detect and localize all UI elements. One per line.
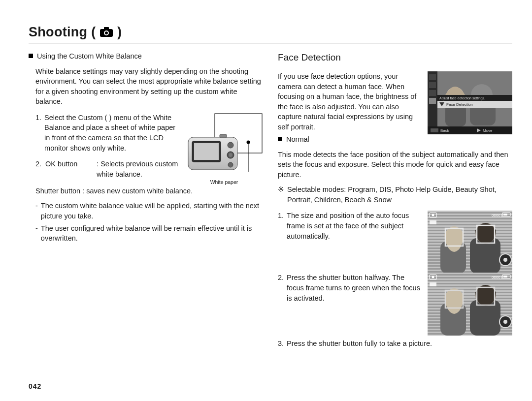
face-detection-heading: Face Detection	[278, 51, 512, 64]
lcd-menu-illustration: Adjust face detection settings. Face Det…	[428, 71, 512, 134]
two-column-layout: Using the Custom White Balance White bal…	[29, 51, 512, 354]
menu-hint-item: Face Detection	[446, 102, 473, 107]
ok-button-desc: : Selects previous custom white balance.	[97, 159, 179, 179]
right-step-3-body: Press the shutter button fully to take a…	[287, 339, 432, 349]
svg-point-66	[503, 320, 507, 324]
dash-icon: -	[35, 201, 38, 221]
custom-wb-step1-row: 1. Select the Custom ( ) menu of the Whi…	[29, 113, 263, 186]
menu-back-label: Back	[440, 128, 450, 133]
menu-move-label: Move	[483, 128, 493, 133]
face-detection-intro: If you use face detection options, your …	[278, 71, 421, 132]
svg-rect-24	[429, 82, 436, 88]
right-step-2-num: 2.	[278, 273, 284, 303]
step2-row: 2. Press the shutter button halfway. The…	[278, 273, 512, 336]
right-step-1-body: The size and position of the auto focus …	[287, 211, 421, 241]
normal-label: Normal	[286, 135, 309, 143]
right-step-1-num: 1.	[278, 211, 284, 241]
ok-button-term: OK button	[45, 159, 93, 179]
svg-point-3	[105, 31, 108, 34]
ok-button-def: 2. OK button : Selects previous custom w…	[29, 159, 179, 179]
custom-wb-heading-text: Using the Custom White Balance	[37, 52, 142, 60]
normal-body: This mode detects the face position of t…	[278, 150, 512, 180]
page-title-text-b: )	[117, 25, 122, 39]
menu-hint-top: Adjust face detection settings.	[439, 96, 485, 100]
step-1: 1. Select the Custom ( ) menu of the Whi…	[29, 113, 179, 153]
note-2-text: The user configured white balance will b…	[41, 223, 263, 244]
page-number: 042	[29, 382, 41, 390]
svg-point-48	[503, 258, 507, 262]
step-1-body: Select the Custom ( ) menu of the White …	[44, 113, 179, 153]
bullet-square-icon	[29, 54, 33, 58]
svg-point-9	[228, 142, 233, 148]
note-1-text: The custom white balance value will be a…	[41, 201, 263, 221]
svg-rect-31	[431, 128, 438, 132]
svg-rect-46	[503, 214, 507, 216]
right-step-3-num: 3.	[278, 339, 284, 349]
right-step-1: 1. The size and position of the auto foc…	[278, 211, 421, 241]
lcd-focus-active-screenshot: 00001	[428, 273, 512, 336]
selectable-modes: ※ Selectable modes: Program, DIS, Photo …	[278, 185, 512, 205]
svg-point-60	[432, 276, 434, 278]
selectable-modes-label: Selectable modes:	[287, 185, 346, 193]
shutter-button-desc: saves new custom white balance.	[86, 187, 193, 195]
custom-wb-heading: Using the Custom White Balance	[29, 51, 263, 62]
svg-rect-23	[429, 74, 436, 80]
page-title-text-a: Shooting (	[29, 25, 96, 39]
custom-wb-step1-text: 1. Select the Custom ( ) menu of the Whi…	[29, 113, 179, 181]
lcd-autofocus-screenshot: 00001	[428, 211, 512, 274]
camera-white-paper-illustration	[185, 113, 263, 177]
svg-rect-8	[194, 143, 219, 160]
svg-rect-13	[220, 134, 227, 138]
title-rule	[29, 43, 512, 43]
selectable-modes-body: Selectable modes: Program, DIS, Photo He…	[287, 185, 512, 205]
svg-rect-43	[430, 220, 436, 224]
lcd-menu-screenshot: Adjust face detection settings. Face Det…	[428, 71, 512, 134]
svg-rect-64	[503, 276, 507, 278]
camera-white-paper-figure: White paper	[185, 113, 263, 186]
step-1-num: 1.	[35, 113, 41, 153]
dash-icon: -	[35, 223, 38, 244]
step-2-num: 2.	[35, 159, 41, 179]
right-step-3: 3. Press the shutter button fully to tak…	[278, 339, 512, 349]
white-paper-caption: White paper	[185, 179, 263, 186]
svg-text:00001: 00001	[492, 275, 503, 279]
svg-point-14	[247, 140, 250, 144]
bullet-square-icon	[278, 137, 282, 141]
svg-rect-1	[104, 27, 109, 30]
note-1: - The custom white balance value will be…	[29, 201, 263, 221]
step1-row: 1. The size and position of the auto foc…	[278, 211, 512, 274]
svg-text:00001: 00001	[492, 213, 503, 217]
svg-rect-61	[430, 282, 436, 286]
shutter-button-def: Shutter button : saves new custom white …	[29, 186, 263, 196]
left-column: Using the Custom White Balance White bal…	[29, 51, 263, 354]
svg-rect-25	[429, 90, 436, 96]
camera-icon	[100, 27, 113, 37]
right-step-2: 2. Press the shutter button halfway. The…	[278, 273, 421, 303]
svg-point-11	[229, 153, 233, 157]
face-detection-intro-row: If you use face detection options, your …	[278, 71, 512, 134]
svg-point-12	[228, 162, 233, 167]
custom-wb-intro: White balance settings may vary slightly…	[29, 66, 263, 107]
right-step-2-body: Press the shutter button halfway. The fo…	[287, 273, 421, 303]
manual-page: Shooting ( ) Using the Custom White Bala…	[0, 0, 532, 401]
shutter-button-term: Shutter button :	[35, 187, 84, 195]
star-icon: ※	[278, 185, 284, 205]
note-2: - The user configured white balance will…	[29, 223, 263, 244]
normal-heading: Normal	[278, 134, 512, 145]
svg-rect-26	[429, 98, 436, 104]
svg-point-42	[432, 214, 434, 216]
right-column: Face Detection If you use face detection…	[278, 51, 512, 354]
page-title: Shooting ( )	[29, 25, 512, 40]
